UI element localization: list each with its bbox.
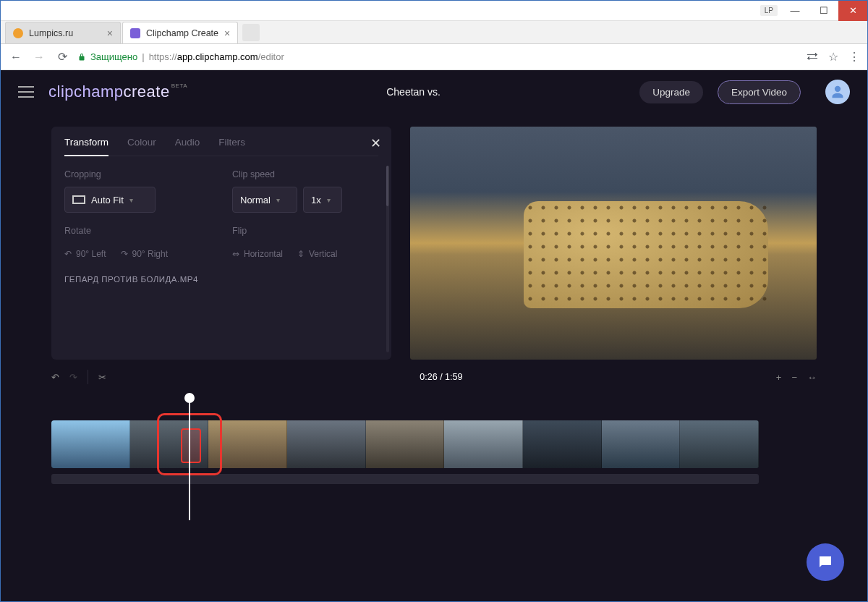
browser-tab[interactable]: Lumpics.ru × bbox=[5, 22, 121, 43]
timeline-thumbnail[interactable] bbox=[51, 420, 130, 468]
favicon-icon bbox=[130, 28, 140, 38]
properties-panel: ✕ Transform Colour Audio Filters Croppin… bbox=[51, 127, 391, 360]
timeline-thumbnail[interactable] bbox=[287, 420, 366, 468]
rotate-label: Rotate bbox=[64, 226, 210, 236]
clipspeed-label: Clip speed bbox=[232, 169, 378, 179]
app-header: clipchampcreateBETA Cheetan vs. Upgrade … bbox=[1, 70, 867, 114]
panel-scrollbar[interactable] bbox=[386, 166, 389, 352]
zoom-fit-button[interactable]: ↔ bbox=[807, 372, 817, 383]
browser-tabbar: Lumpics.ru × Clipchamp Create × bbox=[1, 21, 867, 44]
tab-title: Lumpics.ru bbox=[29, 28, 73, 38]
autofit-icon bbox=[72, 195, 85, 204]
chevron-down-icon: ▾ bbox=[276, 196, 280, 204]
workspace: ✕ Transform Colour Audio Filters Croppin… bbox=[1, 114, 867, 360]
close-panel-button[interactable]: ✕ bbox=[370, 135, 381, 151]
favicon-icon bbox=[13, 28, 23, 38]
timeline-thumbnail[interactable] bbox=[444, 420, 523, 468]
window-minimize-button[interactable]: — bbox=[780, 1, 809, 21]
clipspeed-mult-select[interactable]: 1x ▾ bbox=[303, 187, 342, 213]
flip-vertical-button[interactable]: ⇕ Vertical bbox=[297, 249, 337, 259]
chevron-down-icon: ▾ bbox=[327, 196, 331, 204]
playhead[interactable] bbox=[189, 397, 190, 520]
playhead-knob[interactable] bbox=[184, 393, 195, 403]
project-title[interactable]: Cheetan vs. bbox=[386, 86, 441, 98]
menu-icon[interactable]: ⋮ bbox=[848, 50, 860, 64]
browser-window: LP — ☐ ✕ Lumpics.ru × Clipchamp Create ×… bbox=[0, 0, 868, 602]
window-titlebar: LP — ☐ ✕ bbox=[1, 1, 867, 21]
rotate-left-button[interactable]: ↶ 90° Left bbox=[64, 249, 106, 259]
bookmark-icon[interactable]: ☆ bbox=[828, 50, 838, 64]
tab-transform[interactable]: Transform bbox=[64, 137, 109, 156]
app-logo[interactable]: clipchampcreateBETA bbox=[48, 82, 187, 101]
timeline-thumbnail[interactable] bbox=[366, 420, 445, 468]
timeline-toolbar: ↶ ↷ ✂ 0:26 / 1:59 + − ↔ bbox=[51, 363, 817, 391]
timeline-thumbnail[interactable] bbox=[602, 420, 681, 468]
tab-colour[interactable]: Colour bbox=[127, 137, 156, 148]
time-counter: 0:26 / 1:59 bbox=[420, 372, 462, 382]
preview-frame bbox=[410, 127, 817, 360]
tab-close-icon[interactable]: × bbox=[107, 27, 113, 39]
clipchamp-app: clipchampcreateBETA Cheetan vs. Upgrade … bbox=[1, 70, 867, 601]
redo-button[interactable]: ↷ bbox=[69, 372, 77, 383]
secure-label: Защищено bbox=[90, 51, 137, 62]
panel-tabs: Transform Colour Audio Filters bbox=[64, 137, 378, 156]
back-button[interactable]: ← bbox=[8, 49, 24, 65]
timeline-area: ↶ ↷ ✂ 0:26 / 1:59 + − ↔ bbox=[1, 360, 867, 507]
tab-title: Clipchamp Create bbox=[146, 28, 218, 38]
user-avatar[interactable] bbox=[825, 80, 850, 104]
flip-label: Flip bbox=[232, 226, 378, 236]
forward-button[interactable]: → bbox=[31, 49, 47, 65]
track-lane[interactable] bbox=[51, 474, 759, 484]
chat-icon bbox=[817, 554, 834, 571]
window-maximize-button[interactable]: ☐ bbox=[809, 1, 838, 21]
translate-icon[interactable]: ⮂ bbox=[807, 51, 818, 64]
export-video-button[interactable]: Export Video bbox=[718, 80, 801, 104]
video-preview[interactable] bbox=[410, 127, 817, 360]
upgrade-button[interactable]: Upgrade bbox=[639, 81, 703, 103]
cropping-label: Cropping bbox=[64, 169, 210, 179]
zoom-out-button[interactable]: − bbox=[791, 372, 797, 383]
url-field[interactable]: Защищено | https://app.clipchamp.com/edi… bbox=[77, 51, 799, 62]
split-button[interactable]: ✂ bbox=[98, 372, 106, 383]
url-text: https://app.clipchamp.com/editor bbox=[149, 51, 284, 62]
clipspeed-select[interactable]: Normal ▾ bbox=[232, 187, 297, 213]
timeline-thumbnail[interactable] bbox=[523, 420, 602, 468]
rotate-right-button[interactable]: ↷ 90° Right bbox=[121, 249, 169, 259]
new-tab-button[interactable] bbox=[242, 24, 260, 41]
window-close-button[interactable]: ✕ bbox=[838, 1, 867, 21]
browser-address-bar: ← → ⟳ Защищено | https://app.clipchamp.c… bbox=[1, 44, 867, 70]
timeline[interactable] bbox=[51, 406, 817, 507]
lock-icon bbox=[77, 53, 86, 62]
reload-button[interactable]: ⟳ bbox=[54, 49, 70, 65]
clip-filename: ГЕПАРД ПРОТИВ БОЛИДА.MP4 bbox=[64, 275, 378, 284]
zoom-in-button[interactable]: + bbox=[776, 372, 782, 383]
undo-button[interactable]: ↶ bbox=[51, 372, 59, 383]
chat-fab-button[interactable] bbox=[807, 543, 844, 581]
hamburger-icon[interactable] bbox=[18, 86, 34, 98]
window-badge: LP bbox=[760, 5, 778, 16]
timeline-thumbnail[interactable] bbox=[680, 420, 759, 468]
tab-filters[interactable]: Filters bbox=[218, 137, 245, 148]
cropping-select[interactable]: Auto Fit ▾ bbox=[64, 187, 156, 213]
browser-tab-active[interactable]: Clipchamp Create × bbox=[122, 22, 238, 43]
tab-close-icon[interactable]: × bbox=[224, 27, 230, 39]
chevron-down-icon: ▾ bbox=[129, 196, 133, 204]
tab-audio[interactable]: Audio bbox=[175, 137, 200, 148]
flip-horizontal-button[interactable]: ⇔ Horizontal bbox=[232, 249, 283, 259]
